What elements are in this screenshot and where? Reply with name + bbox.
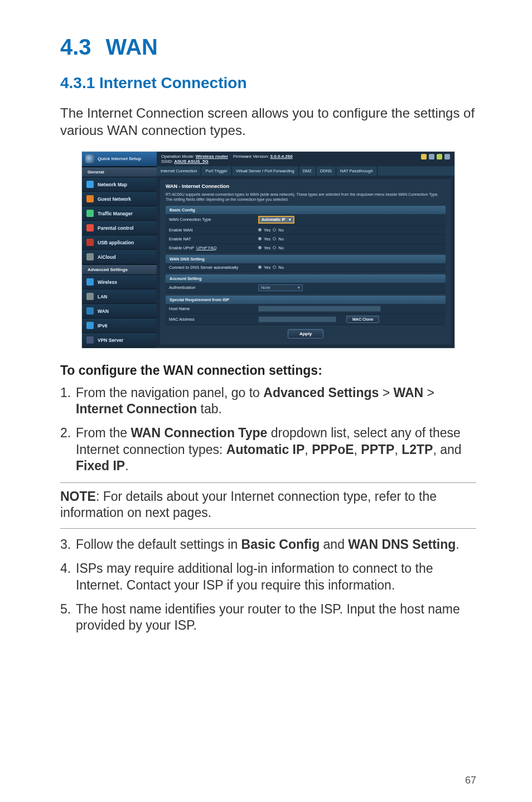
ssid-label: SSID: (161, 159, 173, 164)
tab-ddns[interactable]: DDNS (316, 166, 336, 176)
tab-port-trigger[interactable]: Port Trigger (201, 166, 231, 176)
tab-virtual-server[interactable]: Virtual Server / Port Forwarding (232, 166, 299, 176)
reboot-icon[interactable] (444, 154, 450, 160)
input-mac-address[interactable] (258, 316, 336, 322)
step-1: From the navigation panel, go to Advance… (76, 385, 476, 418)
label-dns-auto: Connect to DNS Server automatically (169, 265, 258, 270)
section-title: 4.3WAN (60, 35, 476, 60)
section-account: Account Setting (166, 274, 446, 283)
panel-desc: RT-AC66U supports several connection typ… (166, 192, 446, 202)
top-icons (421, 154, 450, 164)
sidebar-item-traffic[interactable]: Traffic Manager (82, 206, 157, 221)
radio-nat-yes[interactable] (258, 237, 262, 240)
tab-nat-passthrough[interactable]: NAT Passthrough (336, 166, 378, 176)
page-number: 67 (465, 775, 476, 786)
content-panel: WAN - Internet Connection RT-AC66U suppo… (160, 179, 451, 344)
top-bar: Operation Mode: Wireless router Firmware… (157, 152, 454, 166)
radio-dns-yes[interactable] (258, 265, 262, 269)
sidebar-item-wan[interactable]: WAN (82, 304, 157, 318)
usb-icon (86, 239, 94, 246)
tab-internet-connection[interactable]: Internet Connection (157, 166, 201, 176)
note-box: NOTE: For details about your Internet co… (60, 482, 476, 529)
note-text: : For details about your Internet connec… (60, 489, 437, 520)
subsection-title: 4.3.1 Internet Connection (60, 74, 476, 92)
section-basic-config: Basic Config (166, 206, 446, 214)
network-map-icon (86, 181, 94, 188)
radio-wan-no[interactable] (273, 228, 276, 231)
note-label: NOTE (60, 489, 96, 504)
steps-title: To configure the WAN connection settings… (60, 363, 476, 378)
row-wan-type: WAN Connection Type Automatic IP▾ (166, 214, 446, 226)
label-wan-type: WAN Connection Type (169, 217, 258, 222)
ssid-value[interactable]: ASUS ASUS_5G (174, 159, 209, 164)
section-isp-req: Special Requirement from ISP (166, 296, 446, 304)
row-enable-nat: Enable NAT Yes No (166, 235, 446, 244)
row-enable-upnp: Enable UPnP UPnP FAQ Yes No (166, 244, 446, 253)
sidebar-item-guest[interactable]: Guest Network (82, 192, 157, 206)
select-authentication[interactable]: None▾ (258, 284, 303, 291)
sidebar-item-qis[interactable]: Quick Internet Setup (82, 152, 157, 167)
row-enable-wan: Enable WAN Yes No (166, 226, 446, 235)
sidebar-heading-general: General (82, 167, 157, 177)
sidebar-item-usb[interactable]: USB application (82, 235, 157, 250)
input-host-name[interactable] (258, 306, 381, 312)
radio-upnp-no[interactable] (273, 246, 276, 249)
tab-dmz[interactable]: DMZ (299, 166, 316, 176)
fw-value[interactable]: 3.0.0.4.260 (270, 154, 293, 159)
traffic-icon (86, 210, 94, 217)
section-name: WAN (106, 35, 158, 59)
sidebar-item-network-map[interactable]: Network Map (82, 177, 157, 192)
row-dns-auto: Connect to DNS Server automatically Yes … (166, 263, 446, 272)
tabs: Internet Connection Port Trigger Virtual… (157, 166, 454, 176)
signal-icon[interactable] (421, 154, 427, 160)
label-authentication: Authentication (169, 285, 258, 290)
lock-icon (86, 224, 94, 231)
intro-paragraph: The Internet Connection screen allows yo… (60, 104, 476, 139)
label-enable-wan: Enable WAN (169, 228, 258, 233)
chevron-down-icon: ▾ (289, 218, 291, 222)
label-mac-address: MAC Address (169, 317, 258, 322)
step-5: The host name identifies your router to … (76, 601, 476, 634)
mac-clone-button[interactable]: MAC Clone (346, 316, 379, 323)
sidebar-item-parental[interactable]: Parental control (82, 221, 157, 235)
radio-upnp-yes[interactable] (258, 246, 262, 249)
sidebar-item-wireless[interactable]: Wireless (82, 275, 157, 289)
opmode-label: Operation Mode: (161, 154, 195, 159)
upnp-faq-link[interactable]: UPnP FAQ (196, 245, 217, 250)
apply-button[interactable]: Apply (288, 329, 323, 339)
label-host-name: Host Name (169, 306, 258, 311)
row-mac-address: MAC Address MAC Clone (166, 314, 446, 325)
opmode-value[interactable]: Wireless router (196, 154, 228, 159)
row-host-name: Host Name (166, 304, 446, 314)
step-3: Follow the default settings in Basic Con… (76, 537, 476, 553)
sidebar-item-lan[interactable]: LAN (82, 289, 157, 304)
radio-dns-no[interactable] (273, 265, 276, 269)
sidebar-item-aicloud[interactable]: AiCloud (82, 250, 157, 264)
router-screenshot: Quick Internet Setup General Network Map… (81, 151, 455, 348)
wand-icon (85, 154, 94, 163)
sidebar: Quick Internet Setup General Network Map… (82, 152, 157, 347)
logout-icon[interactable] (437, 154, 442, 160)
fw-label: Firmware Version: (233, 154, 269, 159)
radio-nat-no[interactable] (273, 237, 276, 240)
sidebar-item-vpn[interactable]: VPN Server (82, 333, 157, 347)
ipv6-icon (86, 322, 94, 329)
vpn-icon (86, 336, 94, 344)
main-panel: Operation Mode: Wireless router Firmware… (157, 152, 454, 347)
select-wan-type[interactable]: Automatic IP▾ (258, 216, 294, 224)
steps-list: From the navigation panel, go to Advance… (60, 385, 476, 475)
section-number: 4.3 (60, 35, 91, 59)
chevron-down-icon: ▾ (298, 286, 300, 290)
sidebar-heading-advanced: Advanced Settings (82, 264, 157, 275)
guest-icon (86, 195, 94, 202)
lan-icon (86, 293, 94, 300)
wifi-icon (86, 278, 94, 286)
sidebar-item-ipv6[interactable]: IPv6 (82, 318, 157, 333)
step-2: From the WAN Connection Type dropdown li… (76, 425, 476, 474)
label-enable-upnp: Enable UPnP (169, 245, 194, 250)
qis-label: Quick Internet Setup (98, 157, 141, 162)
radio-wan-yes[interactable] (258, 228, 262, 231)
globe-icon (86, 307, 94, 315)
refresh-icon[interactable] (429, 154, 434, 160)
cloud-icon (86, 253, 94, 260)
